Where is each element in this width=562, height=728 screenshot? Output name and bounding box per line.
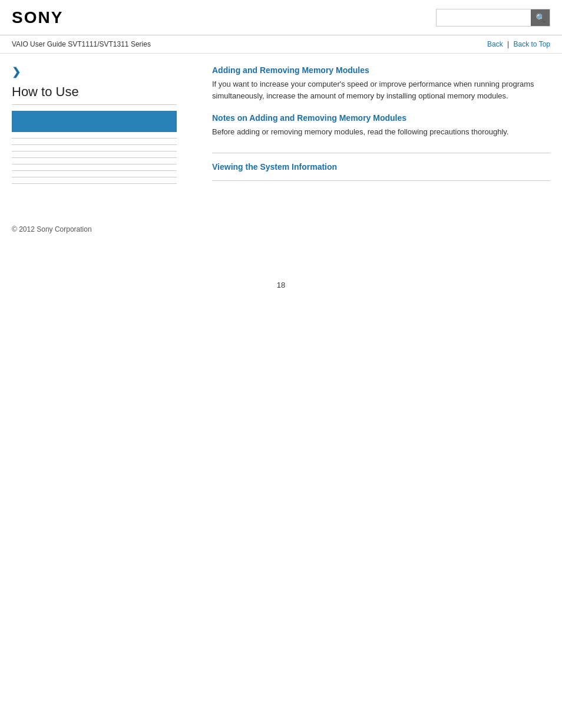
search-icon: 🔍 (535, 13, 546, 22)
link-viewing-system[interactable]: Viewing the System Information (212, 162, 337, 172)
search-input[interactable] (437, 9, 531, 26)
footer: © 2012 Sony Corporation (0, 213, 562, 245)
section-notes-adding: Notes on Adding and Removing Memory Modu… (212, 113, 550, 153)
sidebar-divider-3 (12, 151, 177, 151)
link-notes-adding[interactable]: Notes on Adding and Removing Memory Modu… (212, 113, 406, 123)
sidebar-title: How to Use (12, 84, 177, 105)
sidebar-divider-8 (12, 183, 177, 184)
chevron-icon[interactable]: ❯ (12, 65, 177, 78)
page-header: SONY 🔍 (0, 0, 562, 35)
guide-title: VAIO User Guide SVT1111/SVT1311 Series (12, 40, 151, 48)
nav-links: Back | Back to Top (487, 40, 550, 48)
sidebar-divider-4 (12, 157, 177, 158)
sidebar: ❯ How to Use (12, 65, 189, 190)
search-button[interactable]: 🔍 (531, 9, 550, 26)
back-to-top-label: Back to Top (514, 40, 550, 48)
sub-header: VAIO User Guide SVT1111/SVT1311 Series B… (0, 35, 562, 54)
sidebar-divider-5 (12, 164, 177, 164)
content-area: Adding and Removing Memory Modules If yo… (189, 65, 550, 190)
back-to-top-link[interactable]: Back to Top (514, 40, 550, 48)
section-adding-removing: Adding and Removing Memory Modules If yo… (212, 65, 550, 101)
sidebar-divider-1 (12, 138, 177, 139)
separator: | (507, 40, 509, 48)
sidebar-divider-2 (12, 144, 177, 145)
sony-logo: SONY (12, 8, 63, 27)
section-viewing-system: Viewing the System Information (212, 162, 550, 181)
main-container: ❯ How to Use Adding and Removing Memory … (0, 54, 562, 202)
link-adding-removing[interactable]: Adding and Removing Memory Modules (212, 65, 369, 75)
sidebar-divider-6 (12, 170, 177, 171)
search-box: 🔍 (436, 9, 550, 27)
sidebar-divider-7 (12, 177, 177, 177)
sidebar-active-item[interactable] (12, 111, 177, 132)
text-adding-removing: If you want to increase your computer's … (212, 78, 550, 101)
page-number: 18 (0, 269, 562, 301)
text-notes-adding: Before adding or removing memory modules… (212, 126, 550, 138)
back-link[interactable]: Back (487, 40, 503, 48)
copyright-text: © 2012 Sony Corporation (12, 225, 92, 233)
